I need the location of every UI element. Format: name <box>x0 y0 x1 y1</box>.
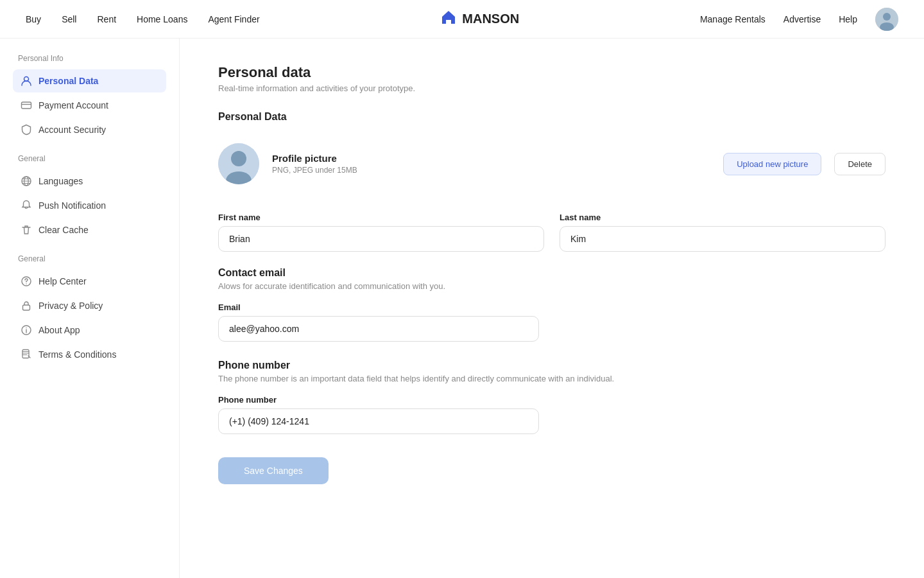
svg-point-8 <box>26 283 26 284</box>
save-changes-button[interactable]: Save Changes <box>218 457 329 484</box>
first-name-label: First name <box>218 213 544 222</box>
info-icon <box>21 324 32 336</box>
svg-rect-4 <box>22 102 31 109</box>
nav-buy[interactable]: Buy <box>26 14 41 24</box>
last-name-group: Last name <box>560 213 886 252</box>
first-name-input[interactable] <box>218 226 544 252</box>
nav-home-loans[interactable]: Home Loans <box>137 14 187 24</box>
phone-title: Phone number <box>218 360 886 371</box>
document-icon <box>21 349 32 360</box>
sidebar-item-account-security[interactable]: Account Security <box>13 118 166 141</box>
nav-advertise[interactable]: Advertise <box>783 14 821 24</box>
profile-pic-info: Profile picture PNG, JPEG under 15MB <box>272 153 710 175</box>
upload-picture-button[interactable]: Upload new picture <box>723 153 821 175</box>
sidebar-item-privacy-policy[interactable]: Privacy & Policy <box>13 294 166 317</box>
contact-email-section: Contact email Alows for accurate identif… <box>218 267 886 342</box>
main-layout: Personal Info Personal Data Payment Acco… <box>0 39 924 578</box>
sidebar-item-terms-conditions[interactable]: Terms & Conditions <box>13 343 166 366</box>
sidebar-personal-data-label: Personal Data <box>38 76 98 86</box>
help-icon <box>21 276 32 287</box>
svg-rect-9 <box>23 305 30 310</box>
email-label: Email <box>218 302 886 312</box>
lock-icon <box>21 300 32 311</box>
svg-point-14 <box>231 151 246 166</box>
delete-picture-button[interactable]: Delete <box>834 153 886 175</box>
sidebar-privacy-label: Privacy & Policy <box>38 301 103 311</box>
contact-email-desc: Alows for accurate identification and co… <box>218 281 886 291</box>
payment-icon <box>21 100 32 111</box>
last-name-label: Last name <box>560 213 886 222</box>
globe-icon <box>21 175 32 187</box>
shield-icon <box>21 124 32 136</box>
sidebar-languages-label: Languages <box>38 176 83 186</box>
brand-icon <box>440 9 457 30</box>
nav-agent-finder[interactable]: Agent Finder <box>208 14 259 24</box>
page-title: Personal data <box>218 64 886 81</box>
nav-manage-rentals[interactable]: Manage Rentals <box>700 14 766 24</box>
nav-sell[interactable]: Sell <box>62 14 76 24</box>
navbar: Buy Sell Rent Home Loans Agent Finder MA… <box>0 0 924 39</box>
nav-right: Manage Rentals Advertise Help <box>700 8 898 31</box>
phone-desc: The phone number is an important data fi… <box>218 374 886 383</box>
svg-point-1 <box>883 13 891 21</box>
bell-icon <box>21 200 32 211</box>
sidebar-personal-info-label: Personal Info <box>13 54 166 63</box>
phone-group: Phone number <box>218 395 886 434</box>
brand-name: MANSON <box>462 12 519 26</box>
phone-input[interactable] <box>218 408 539 434</box>
phone-section: Phone number The phone number is an impo… <box>218 360 886 434</box>
personal-data-section-title: Personal Data <box>218 111 886 123</box>
sidebar-general2-label: General <box>13 254 166 263</box>
page-subtitle: Real-time information and activities of … <box>218 83 886 93</box>
sidebar-item-help-center[interactable]: Help Center <box>13 270 166 293</box>
user-avatar[interactable] <box>875 8 898 31</box>
phone-label: Phone number <box>218 395 886 405</box>
sidebar-clear-cache-label: Clear Cache <box>38 225 89 235</box>
main-content: Personal data Real-time information and … <box>180 39 924 578</box>
user-icon <box>21 75 32 87</box>
sidebar-item-clear-cache[interactable]: Clear Cache <box>13 218 166 241</box>
nav-rent[interactable]: Rent <box>97 14 116 24</box>
profile-picture-row: Profile picture PNG, JPEG under 15MB Upl… <box>218 133 886 195</box>
sidebar: Personal Info Personal Data Payment Acco… <box>0 39 180 578</box>
email-input[interactable] <box>218 316 539 342</box>
sidebar-item-languages[interactable]: Languages <box>13 170 166 193</box>
sidebar-item-payment-account[interactable]: Payment Account <box>13 94 166 117</box>
sidebar-security-label: Account Security <box>38 125 106 135</box>
nav-help[interactable]: Help <box>839 14 857 24</box>
nav-brand[interactable]: MANSON <box>440 9 519 30</box>
sidebar-general-label: General <box>13 154 166 163</box>
trash-icon <box>21 224 32 236</box>
sidebar-item-push-notification[interactable]: Push Notification <box>13 194 166 217</box>
svg-point-11 <box>26 328 26 328</box>
svg-rect-12 <box>22 350 29 358</box>
sidebar-about-label: About App <box>38 325 80 335</box>
first-name-group: First name <box>218 213 544 252</box>
email-group: Email <box>218 302 886 342</box>
profile-avatar <box>218 143 259 184</box>
sidebar-push-notification-label: Push Notification <box>38 200 106 211</box>
contact-email-title: Contact email <box>218 267 886 279</box>
profile-pic-subtitle: PNG, JPEG under 15MB <box>272 166 710 175</box>
profile-pic-title: Profile picture <box>272 153 710 164</box>
sidebar-item-personal-data[interactable]: Personal Data <box>13 69 166 92</box>
nav-left: Buy Sell Rent Home Loans Agent Finder <box>26 14 260 24</box>
name-form-row: First name Last name <box>218 213 886 252</box>
sidebar-payment-label: Payment Account <box>38 100 108 110</box>
last-name-input[interactable] <box>560 226 886 252</box>
sidebar-help-label: Help Center <box>38 276 87 286</box>
sidebar-terms-label: Terms & Conditions <box>38 349 116 360</box>
sidebar-item-about-app[interactable]: About App <box>13 319 166 342</box>
